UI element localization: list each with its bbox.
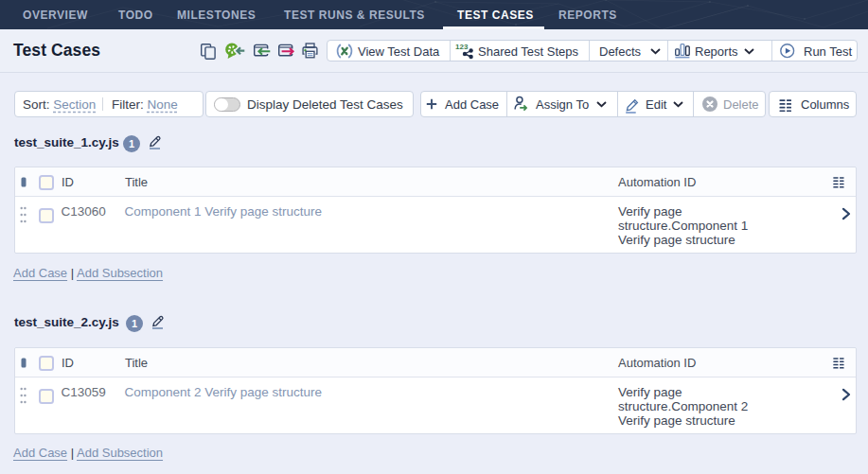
svg-text:123: 123 (455, 43, 469, 51)
